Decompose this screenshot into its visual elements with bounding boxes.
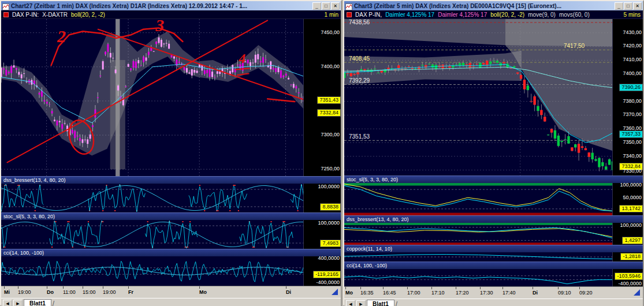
indicator-chart-dss[interactable] — [344, 223, 612, 245]
axis-label: 400,0000 — [318, 256, 340, 262]
axis-label: 100,0000 — [620, 183, 642, 188]
time-label: 19:00 — [103, 289, 116, 295]
time-label: 09:20 — [579, 290, 593, 296]
axis-label: 7380,00 — [623, 98, 642, 105]
axis-label: 7357,33 — [619, 130, 643, 138]
axis-label: 7250,00 — [321, 166, 340, 172]
indicator-header-stoc: stoc_sl(5, 3, 3, 80, 20) — [344, 176, 643, 183]
axis-tick — [286, 286, 286, 289]
time-label: Mi — [4, 289, 10, 295]
axis-tick — [383, 287, 384, 289]
corner-arrow-icon[interactable] — [332, 289, 338, 295]
axis-label: 7330,00 — [623, 168, 642, 174]
tab-next-button[interactable]: ▶ — [13, 300, 23, 306]
axis-label: -103,5946 — [615, 273, 643, 280]
tab-divider: / — [396, 300, 397, 306]
titlebar[interactable]: Chart3 (Zeitbar 5 min) DAX (Indizes Xetr… — [344, 1, 643, 10]
indicator-name: stoc_sl(5, 3, 3, 80, 20) — [3, 214, 55, 219]
axis-label: 7351,43 — [317, 96, 341, 104]
time-label: Fr — [128, 289, 133, 295]
axis-tick — [456, 287, 456, 289]
axis-label: 7332,84 — [317, 109, 341, 117]
indicator-axis-stoc: 100,000050,000013,1742 — [612, 183, 643, 215]
axis-tick — [63, 286, 64, 289]
price-chart[interactable]: 234 — [1, 19, 303, 176]
indicator-axis-dss: 100,00008,8838 — [303, 184, 341, 212]
axis-tick — [83, 286, 83, 289]
indicator-chart-coppock[interactable] — [344, 252, 612, 262]
axis-label: 7370,00 — [623, 111, 642, 118]
daimler-label-1: Daimler 4,125% 17 — [385, 12, 434, 18]
indicator-axis-cci: -103,5946-400,0000 — [612, 269, 643, 286]
time-label: Mo — [345, 290, 353, 296]
indicator-header-coppock: coppock(11, 14, 10) — [344, 245, 643, 252]
indicator-chart-stoc[interactable] — [344, 183, 612, 215]
indicator-name: dss_bressert(13, 4, 80, 20) — [3, 177, 66, 183]
chart-legend: DAX P-IN, Daimler 4,125% 17 Daimler 4,12… — [344, 10, 643, 19]
titlebar[interactable]: Chart27 (Zeitbar 1 min) DAX (Indizes Xet… — [1, 1, 341, 10]
axis-label: -119,2165 — [313, 271, 341, 278]
app-icon — [345, 2, 352, 9]
axis-tick — [502, 287, 503, 289]
symbol2-label: X-DAXTR — [42, 12, 68, 18]
minimize-button[interactable]: _ — [312, 2, 321, 10]
time-label: 17:30 — [480, 290, 493, 296]
time-label: 16:35 — [360, 290, 374, 296]
maximize-button[interactable]: □ — [624, 2, 632, 10]
app-icon — [2, 2, 9, 9]
axis-label: -1,2818 — [620, 253, 643, 260]
axis-label: 8,8838 — [320, 203, 341, 211]
tab-divider: / — [53, 300, 54, 306]
axis-label: 50,0000 — [623, 195, 642, 201]
move-label: move(9, 0) — [528, 12, 556, 18]
indicator-chart-cci[interactable] — [1, 256, 303, 286]
tab-prev-button[interactable]: ◀ — [346, 300, 355, 306]
maximize-button[interactable]: □ — [322, 2, 330, 10]
axis-label: 7350,00 — [623, 139, 642, 145]
price-axis: 7430,007420,007410,007400,007390,267380,… — [612, 19, 643, 176]
axis-label: 7410,00 — [623, 57, 642, 63]
svg-text:7392,29: 7392,29 — [349, 77, 370, 84]
indicator-header-cci: cci(14, 100, -100) — [1, 249, 341, 256]
axis-tick — [360, 287, 361, 289]
axis-label: 7420,00 — [623, 43, 642, 49]
axis-tick — [480, 287, 481, 289]
indicator-axis-coppock: -1,2818 — [612, 252, 643, 262]
close-button[interactable]: ✕ — [331, 2, 340, 10]
axis-label: 7430,00 — [623, 29, 642, 36]
sheet-tab-blatt1[interactable]: Blatt1 — [367, 300, 394, 306]
time-label: 15:00 — [83, 289, 96, 295]
axis-tick — [533, 287, 533, 289]
price-chart[interactable]: 7438,567417,507408,457392,297351,53 — [344, 19, 612, 176]
chart-window-5min: Chart3 (Zeitbar 5 min) DAX (Indizes Xetr… — [343, 0, 644, 306]
symbol-label: DAX P-IN, — [355, 12, 382, 18]
indicator-header-dss: dss_bressert(13, 4, 80, 20) — [344, 215, 643, 223]
corner-arrow-icon[interactable] — [634, 289, 640, 296]
time-axis: Mi19:00Do11:0015:0019:00FrMoDi — [1, 286, 341, 298]
symbol-label: DAX P-IN: — [12, 12, 39, 18]
minimize-button[interactable]: _ — [615, 2, 623, 10]
time-label: Di — [286, 289, 291, 295]
time-label: 17:00 — [407, 290, 420, 296]
axis-label: 7390,26 — [619, 84, 643, 91]
close-button[interactable]: ✕ — [633, 2, 642, 10]
indicator-chart-dss[interactable] — [1, 184, 303, 212]
sheet-tab-blatt1[interactable]: Blatt1 — [24, 299, 51, 306]
axis-label: 100,0000 — [318, 220, 340, 226]
indicator-name: dss_bressert(13, 4, 80, 20) — [347, 217, 409, 222]
svg-text:7417,50: 7417,50 — [564, 43, 585, 49]
svg-text:2: 2 — [57, 27, 66, 46]
axis-label: 13,1742 — [619, 205, 643, 212]
bollinger-label: boll(20, 2, -2) — [490, 12, 524, 18]
tab-prev-button[interactable]: ◀ — [3, 300, 12, 306]
tab-next-button[interactable]: ▶ — [356, 300, 366, 306]
indicator-chart-cci[interactable] — [344, 269, 612, 286]
instrument-icon — [347, 12, 352, 17]
time-label: 19:00 — [18, 289, 31, 295]
time-label: 11:00 — [63, 289, 76, 295]
svg-text:7351,53: 7351,53 — [349, 133, 370, 140]
indicator-header-cci: cci(14, 100, -100) — [344, 262, 643, 269]
window-title: Chart3 (Zeitbar 5 min) DAX (Indizes Xetr… — [354, 3, 613, 9]
indicator-chart-stoc[interactable] — [1, 220, 303, 249]
indicator-name: cci(14, 100, -100) — [3, 250, 44, 256]
